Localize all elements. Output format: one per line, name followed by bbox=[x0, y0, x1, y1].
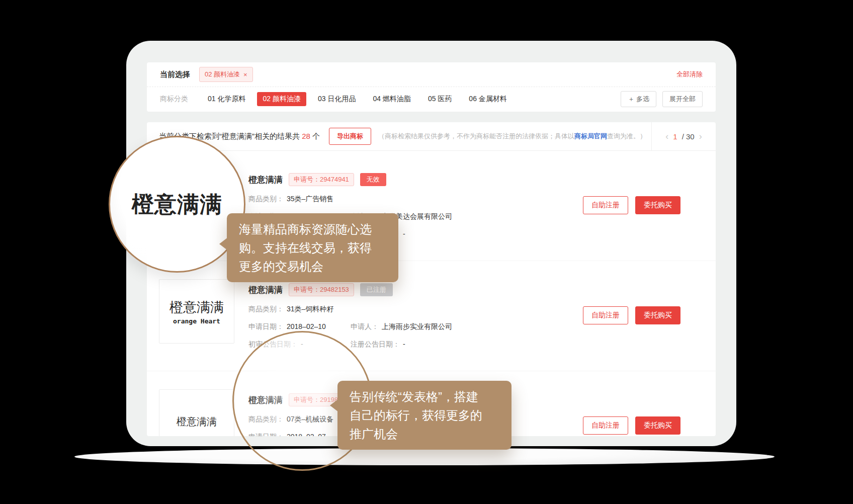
category-actions: ＋ 多选 展开全部 bbox=[621, 91, 703, 107]
category-tab-01[interactable]: 01 化学原料 bbox=[202, 92, 251, 106]
current-selection-row: 当前选择 02 颜料油漆 × 全部清除 bbox=[147, 62, 716, 87]
trademark-name: 橙意满满 bbox=[248, 284, 283, 296]
entrust-buy-button[interactable]: 委托购买 bbox=[635, 306, 680, 324]
application-number-tag: 申请号：29474941 bbox=[289, 173, 354, 186]
magnified-trademark-text: 橙意满满 bbox=[132, 190, 222, 219]
category-tab-02-active[interactable]: 02 颜料油漆 bbox=[257, 92, 306, 106]
disclaimer-text-end: 查询为准。） bbox=[607, 132, 646, 140]
promo-tooltip-marketplace-text: 海量精品商标资源随心选 购。支持在线交易，获得 更多的交易机会 bbox=[239, 222, 372, 273]
category-tab-06[interactable]: 06 金属材料 bbox=[463, 92, 512, 106]
applicant-value: 上海雨步实业有限公司 bbox=[382, 322, 452, 330]
apply-date-label: 申请日期： bbox=[248, 322, 284, 330]
expand-all-button[interactable]: 展开全部 bbox=[662, 91, 703, 107]
entrust-buy-button[interactable]: 委托购买 bbox=[635, 196, 680, 214]
tooltip-arrow-icon bbox=[330, 399, 338, 412]
category-row-label: 商标分类 bbox=[160, 95, 188, 104]
laptop-base-shadow bbox=[74, 448, 775, 465]
category-tab-05[interactable]: 05 医药 bbox=[422, 92, 457, 106]
application-number-label: 申请号： bbox=[294, 176, 320, 183]
selected-category-tag-text: 02 颜料油漆 bbox=[205, 70, 240, 79]
category-value: 31类–饲料种籽 bbox=[287, 305, 333, 313]
results-count: 28 bbox=[302, 132, 310, 140]
prev-page-icon[interactable]: ‹ bbox=[665, 131, 668, 142]
reg-notice-value: - bbox=[403, 230, 405, 238]
current-page: 1 bbox=[673, 132, 677, 141]
results-header: 当前分类下检索到“橙意满满”相关的结果共 28 个 导出商标 （商标检索结果仅供… bbox=[147, 122, 716, 151]
pagination: ‹ 1 / 30 › bbox=[651, 122, 716, 150]
apply-date-value: 2018–02–10 bbox=[287, 322, 326, 330]
multi-select-button[interactable]: ＋ 多选 bbox=[621, 91, 656, 107]
results-summary-suffix: 个 bbox=[310, 132, 320, 140]
category-tab-03[interactable]: 03 日化用品 bbox=[312, 92, 361, 106]
promo-tooltip-promotion-text: 告别传统“发表格”，搭建 自己的标行，获得更多的 推广机会 bbox=[350, 390, 482, 441]
promo-tooltip-marketplace: 海量精品商标资源随心选 购。支持在线交易，获得 更多的交易机会 bbox=[227, 213, 398, 282]
application-number-tag: 申请号：29482153 bbox=[289, 283, 354, 296]
export-trademarks-button[interactable]: 导出商标 bbox=[329, 128, 371, 145]
results-disclaimer: （商标检索结果仅供参考，不作为商标能否注册的法律依据；具体以商标局官网查询为准。… bbox=[378, 132, 646, 141]
reg-notice-label: 注册公告日期： bbox=[351, 340, 400, 348]
self-register-button[interactable]: 自助注册 bbox=[583, 196, 628, 214]
clear-all-link[interactable]: 全部清除 bbox=[676, 70, 703, 79]
magnifier-circle: 橙意满满 bbox=[109, 136, 245, 273]
next-page-icon[interactable]: › bbox=[699, 131, 702, 142]
selected-category-tag[interactable]: 02 颜料油漆 × bbox=[199, 67, 253, 82]
category-row: 商标分类 01 化学原料 02 颜料油漆 03 日化用品 04 燃料油脂 05 … bbox=[147, 87, 716, 111]
trademark-image: 橙意满满 orange Heart bbox=[159, 279, 234, 344]
category-tab-04[interactable]: 04 燃料油脂 bbox=[367, 92, 416, 106]
trademark-image-text: 橙意满满 bbox=[177, 415, 217, 429]
reg-notice-value: - bbox=[403, 340, 405, 348]
close-icon[interactable]: × bbox=[243, 71, 247, 78]
trademark-image-subtext: orange Heart bbox=[173, 317, 220, 325]
status-badge: 无效 bbox=[360, 173, 386, 186]
trademark-image: 橙意满满 bbox=[159, 389, 234, 436]
category-value: 35类–广告销售 bbox=[287, 195, 333, 203]
filter-card: 当前选择 02 颜料油漆 × 全部清除 商标分类 01 化学原料 02 颜料油漆… bbox=[147, 62, 716, 112]
row-actions: 自助注册 委托购买 bbox=[583, 196, 680, 214]
trademark-image-text: 橙意满满 bbox=[169, 298, 224, 316]
row-actions: 自助注册 委托购买 bbox=[583, 306, 680, 324]
self-register-button[interactable]: 自助注册 bbox=[583, 416, 628, 435]
category-label: 商品类别： bbox=[248, 305, 284, 313]
entrust-buy-button[interactable]: 委托购买 bbox=[635, 416, 680, 435]
total-pages: / 30 bbox=[682, 132, 695, 141]
row-actions: 自助注册 委托购买 bbox=[583, 416, 680, 435]
application-number-label: 申请号： bbox=[294, 286, 320, 293]
current-selection-label: 当前选择 bbox=[160, 70, 190, 79]
category-label: 商品类别： bbox=[248, 195, 284, 203]
applicant-label: 申请人： bbox=[351, 322, 379, 330]
trademark-name: 橙意满满 bbox=[248, 174, 283, 186]
self-register-button[interactable]: 自助注册 bbox=[583, 306, 628, 324]
status-badge: 已注册 bbox=[360, 283, 393, 296]
tooltip-arrow-icon bbox=[219, 237, 228, 250]
application-number-value: 29482153 bbox=[320, 286, 349, 293]
trademark-office-link[interactable]: 商标局官网 bbox=[574, 132, 607, 140]
promo-tooltip-promotion: 告别传统“发表格”，搭建 自己的标行，获得更多的 推广机会 bbox=[337, 381, 511, 450]
disclaimer-text: （商标检索结果仅供参考，不作为商标能否注册的法律依据；具体以 bbox=[378, 132, 574, 140]
application-number-value: 29474941 bbox=[320, 176, 349, 183]
